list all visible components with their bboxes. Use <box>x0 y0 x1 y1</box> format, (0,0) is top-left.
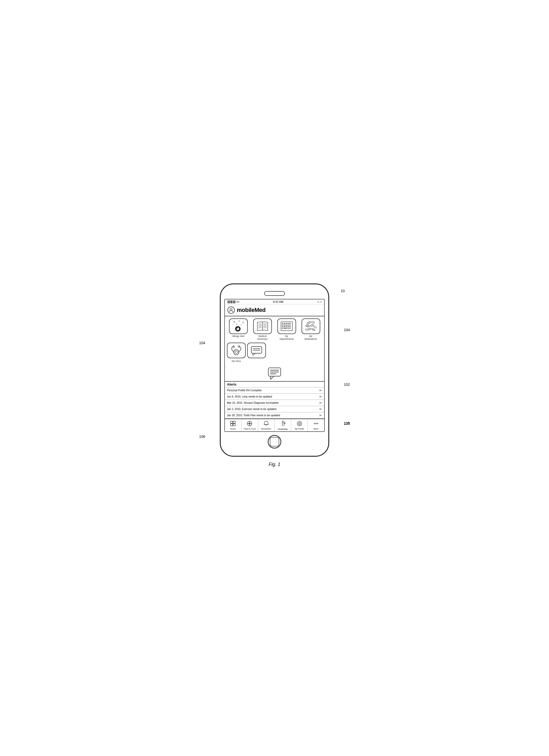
medical-dictionary-cell[interactable]: Medical Dictionary <box>251 318 274 341</box>
svg-rect-24 <box>287 323 289 324</box>
alert-arrow-4: ≫ <box>319 407 322 411</box>
bottom-nav: Home + Track & Trust <box>225 419 324 431</box>
svg-line-72 <box>282 424 283 426</box>
medical-dictionary-icon-box <box>253 318 272 334</box>
app-title: mobileMed <box>237 307 266 313</box>
medical-dictionary-label: Medical Dictionary <box>257 335 268 341</box>
alert-text-3: Mar 10, 2010. Sinuses Diagnosis Incomple… <box>227 401 278 404</box>
svg-line-82 <box>300 424 301 425</box>
svg-point-85 <box>314 423 315 424</box>
nav-my-profile-label: My Profile <box>295 428 304 430</box>
svg-rect-28 <box>286 325 287 325</box>
ref-106: 106 <box>199 434 205 439</box>
my-appointments-cell[interactable]: My Appointments <box>275 318 298 341</box>
home-button-inner <box>270 437 279 446</box>
figure-caption: Fig. 1 <box>269 462 280 467</box>
nav-more-label: More <box>313 428 318 430</box>
ref-10: 10 <box>340 289 345 293</box>
alerts-icon-area <box>225 365 324 381</box>
app-grid-row2: My Docs <box>225 343 324 365</box>
nav-healthmap[interactable]: HealthMap <box>274 419 291 431</box>
alerts-chat-icon <box>267 366 282 381</box>
svg-point-49 <box>235 351 238 354</box>
svg-rect-26 <box>282 325 283 325</box>
svg-rect-59 <box>231 421 233 423</box>
nav-my-profile[interactable]: My Profile <box>291 419 308 431</box>
status-signal: ▐▐▐▐▐ 3G <box>227 300 240 303</box>
svg-rect-22 <box>284 323 285 324</box>
alert-row[interactable]: Mar 10, 2010. Sinuses Diagnosis Incomple… <box>225 400 324 406</box>
svg-rect-60 <box>233 421 235 423</box>
alerts-header: Alerts <box>225 381 324 387</box>
nav-home[interactable]: Home <box>225 419 242 431</box>
my-docs-label-text: My Docs <box>232 360 241 363</box>
nav-more[interactable]: More <box>308 419 324 431</box>
phone-shell: ▐▐▐▐▐ 3G 9:42 AM ◁ ▭ <box>220 284 329 456</box>
alert-row[interactable]: Jan 30, 2010. Tooth Pain needs to be upd… <box>225 412 324 419</box>
svg-point-69 <box>282 421 283 422</box>
svg-text:+: + <box>249 422 250 425</box>
ref-102: 102 <box>344 382 350 387</box>
svg-line-83 <box>300 422 301 423</box>
my-docs-cell[interactable]: My Docs <box>227 343 246 363</box>
svg-rect-25 <box>289 323 290 324</box>
home-button[interactable] <box>268 435 281 449</box>
alert-row[interactable]: Jun 6, 2010. Limp needs to be updated ≫ <box>225 394 324 400</box>
my-profile-icon <box>296 421 302 427</box>
alert-arrow-3: ≫ <box>319 401 322 405</box>
svg-text:✳: ✳ <box>242 321 244 324</box>
allergy-alert-cell[interactable]: ✳ ✳ ✳ ✳ ✳ Allergy Alert <box>227 318 250 341</box>
svg-point-8 <box>237 328 238 329</box>
svg-point-86 <box>315 423 316 424</box>
healthmap-icon <box>280 420 286 427</box>
my-appointments-icon-box <box>277 318 296 334</box>
svg-rect-31 <box>282 326 283 327</box>
svg-rect-39 <box>289 328 290 329</box>
status-time: 9:42 AM <box>273 300 283 303</box>
svg-point-76 <box>299 423 300 424</box>
user-icon <box>228 306 235 314</box>
alert-arrow-2: ≫ <box>319 395 322 398</box>
ref-104b: 104 <box>344 328 350 332</box>
svg-rect-62 <box>233 424 235 426</box>
alert-text-4: Jan 2, 2010. Exercise needs to be update… <box>227 408 276 411</box>
svg-rect-30 <box>289 325 290 325</box>
svg-point-46 <box>311 328 315 331</box>
svg-rect-36 <box>282 328 283 329</box>
alert-text-5: Jan 30, 2010. Tooth Pain needs to be upd… <box>227 414 280 417</box>
alerts-section: Alerts Personal Profile 0% Complete ≫ Ju… <box>225 381 324 419</box>
alert-row[interactable]: Jan 2, 2010. Exercise needs to be update… <box>225 406 324 412</box>
my-medications-cell[interactable]: My Medications <box>299 318 322 341</box>
battery-icon: ▭ <box>320 300 322 303</box>
svg-point-43 <box>310 324 314 327</box>
alert-arrow-5: ≫ <box>319 414 322 417</box>
nav-healthmap-label: HealthMap <box>278 428 288 430</box>
more-icon <box>313 421 319 427</box>
signal-bars: ▐▐▐▐▐ <box>227 300 235 303</box>
app-grid-row1: ✳ ✳ ✳ ✳ ✳ Allergy Alert <box>225 316 324 343</box>
svg-point-42 <box>305 325 309 328</box>
status-battery: ◁ ▭ <box>317 300 322 303</box>
phone-screen: ▐▐▐▐▐ 3G 9:42 AM ◁ ▭ <box>224 299 325 432</box>
network-type: 3G <box>236 300 240 303</box>
app-header: mobileMed <box>225 304 324 316</box>
my-docs-icon-box <box>227 343 246 358</box>
nav-track-trust-label: Track & Trust <box>244 428 256 430</box>
chat-bubble-cell[interactable] <box>247 343 266 363</box>
signal-arrow: ◁ <box>317 300 319 303</box>
svg-rect-33 <box>286 326 287 327</box>
nav-reminders[interactable]: Reminders <box>258 419 275 431</box>
nav-reminders-label: Reminders <box>261 428 272 430</box>
alert-text-2: Jun 6, 2010. Limp needs to be updated <box>227 395 272 398</box>
svg-line-73 <box>283 424 284 426</box>
svg-rect-35 <box>289 326 290 327</box>
svg-line-84 <box>297 424 299 425</box>
svg-point-41 <box>311 321 315 324</box>
speaker-slot <box>264 291 285 296</box>
svg-text:✳: ✳ <box>241 324 242 326</box>
nav-track-trust[interactable]: + Track & Trust <box>242 419 258 431</box>
alert-arrow-1: ≫ <box>319 389 322 392</box>
svg-rect-29 <box>287 325 289 325</box>
alert-row[interactable]: Personal Profile 0% Complete ≫ <box>225 387 324 394</box>
my-medications-label: My Medications <box>304 335 317 341</box>
